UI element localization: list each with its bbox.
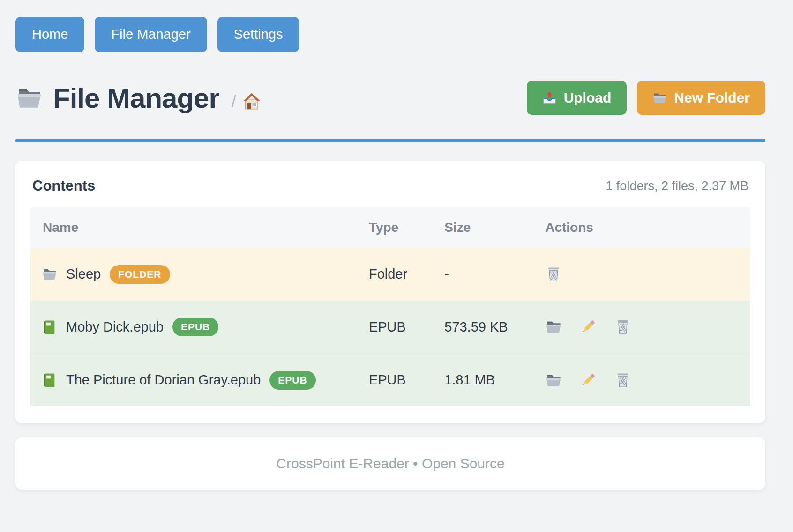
nav-button-file-manager[interactable]: File Manager	[95, 17, 207, 52]
house-icon[interactable]	[242, 92, 262, 111]
upload-button[interactable]: Upload	[527, 81, 627, 115]
contents-header: Contents 1 folders, 2 files, 2.37 MB	[30, 177, 750, 207]
folder-badge: FOLDER	[110, 265, 170, 284]
item-type: Folder	[369, 248, 444, 301]
footer-card: CrossPoint E-Reader • Open Source	[15, 437, 765, 490]
nav-button-home[interactable]: Home	[15, 17, 84, 52]
breadcrumb-separator: /	[232, 92, 236, 111]
item-name[interactable]: Sleep	[66, 266, 101, 282]
epub-badge: EPUB	[269, 371, 315, 390]
trash-icon[interactable]	[614, 372, 631, 389]
folder-icon	[42, 266, 57, 282]
table-row: Moby Dick.epub EPUB EPUB 573.59 KB	[30, 301, 750, 354]
column-header-type: Type	[369, 207, 444, 248]
epub-badge: EPUB	[172, 318, 218, 336]
page-header: File Manager / Upload New Folder	[15, 81, 765, 115]
new-folder-button[interactable]: New Folder	[637, 81, 765, 115]
item-size: 1.81 MB	[444, 354, 545, 406]
column-header-size: Size	[444, 207, 545, 248]
pencil-icon[interactable]	[580, 318, 597, 335]
item-size: 573.59 KB	[444, 301, 545, 354]
column-header-actions: Actions	[545, 207, 750, 248]
item-type: EPUB	[369, 354, 444, 406]
trash-icon[interactable]	[545, 266, 562, 283]
table-header-row: Name Type Size Actions	[30, 207, 750, 248]
column-header-name: Name	[30, 207, 369, 248]
contents-card: Contents 1 folders, 2 files, 2.37 MB Nam…	[15, 161, 765, 423]
page: Home File Manager Settings File Manager …	[0, 0, 793, 490]
item-name: Moby Dick.epub	[66, 319, 164, 335]
green-book-icon	[42, 319, 57, 335]
contents-summary: 1 folders, 2 files, 2.37 MB	[606, 179, 748, 193]
pencil-icon[interactable]	[580, 372, 597, 389]
item-name: The Picture of Dorian Gray.epub	[66, 372, 261, 388]
table-row: The Picture of Dorian Gray.epub EPUB EPU…	[30, 354, 750, 406]
table-row: Sleep FOLDER Folder -	[30, 248, 750, 301]
green-book-icon	[42, 372, 57, 388]
trash-icon[interactable]	[614, 318, 631, 335]
upload-button-label: Upload	[564, 90, 612, 106]
new-folder-button-label: New Folder	[674, 90, 750, 106]
footer-text: CrossPoint E-Reader • Open Source	[276, 456, 504, 471]
top-nav: Home File Manager Settings	[15, 17, 765, 52]
title-group: File Manager /	[15, 82, 262, 114]
title-divider	[15, 139, 765, 142]
folder-icon	[15, 84, 43, 111]
contents-title: Contents	[32, 177, 95, 194]
upload-tray-icon	[542, 91, 557, 105]
folder-icon	[652, 91, 667, 105]
header-buttons: Upload New Folder	[527, 81, 765, 115]
folder-icon[interactable]	[545, 372, 562, 389]
item-size: -	[444, 248, 545, 301]
contents-table: Name Type Size Actions Sleep FOLDER	[30, 207, 750, 406]
page-title: File Manager	[53, 82, 219, 114]
nav-button-settings[interactable]: Settings	[217, 17, 299, 52]
breadcrumb: /	[232, 92, 262, 111]
item-type: EPUB	[369, 301, 444, 354]
folder-icon[interactable]	[545, 318, 562, 335]
